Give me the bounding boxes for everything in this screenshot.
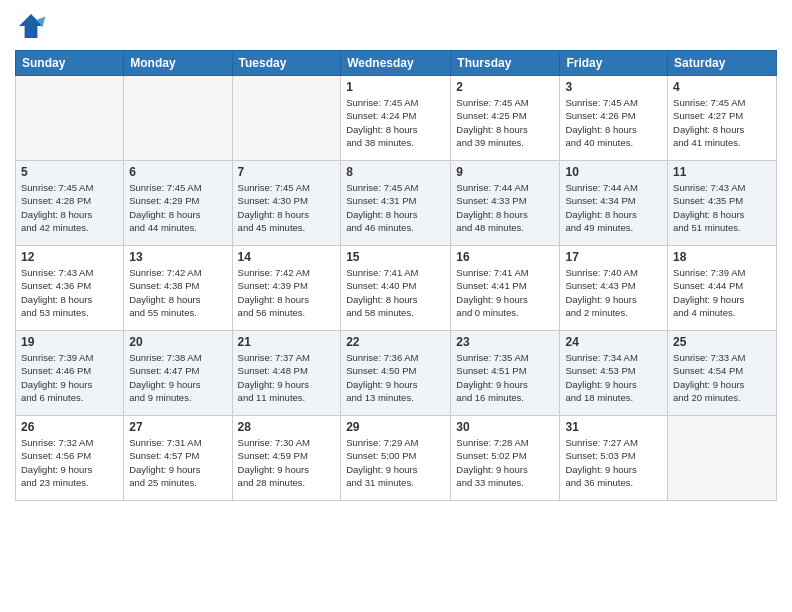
day-number: 2 <box>456 80 554 94</box>
day-info: Sunrise: 7:45 AM Sunset: 4:27 PM Dayligh… <box>673 96 771 149</box>
day-number: 30 <box>456 420 554 434</box>
calendar-cell: 6Sunrise: 7:45 AM Sunset: 4:29 PM Daylig… <box>124 161 232 246</box>
calendar-cell: 31Sunrise: 7:27 AM Sunset: 5:03 PM Dayli… <box>560 416 668 501</box>
calendar-cell: 11Sunrise: 7:43 AM Sunset: 4:35 PM Dayli… <box>668 161 777 246</box>
day-info: Sunrise: 7:41 AM Sunset: 4:41 PM Dayligh… <box>456 266 554 319</box>
day-number: 16 <box>456 250 554 264</box>
day-number: 14 <box>238 250 336 264</box>
calendar-cell: 17Sunrise: 7:40 AM Sunset: 4:43 PM Dayli… <box>560 246 668 331</box>
calendar-cell: 18Sunrise: 7:39 AM Sunset: 4:44 PM Dayli… <box>668 246 777 331</box>
day-number: 21 <box>238 335 336 349</box>
week-row-3: 12Sunrise: 7:43 AM Sunset: 4:36 PM Dayli… <box>16 246 777 331</box>
day-number: 18 <box>673 250 771 264</box>
day-info: Sunrise: 7:32 AM Sunset: 4:56 PM Dayligh… <box>21 436 118 489</box>
day-number: 27 <box>129 420 226 434</box>
day-info: Sunrise: 7:39 AM Sunset: 4:44 PM Dayligh… <box>673 266 771 319</box>
weekday-header-row: SundayMondayTuesdayWednesdayThursdayFrid… <box>16 51 777 76</box>
day-info: Sunrise: 7:27 AM Sunset: 5:03 PM Dayligh… <box>565 436 662 489</box>
svg-marker-0 <box>19 14 43 38</box>
day-info: Sunrise: 7:29 AM Sunset: 5:00 PM Dayligh… <box>346 436 445 489</box>
calendar-cell: 8Sunrise: 7:45 AM Sunset: 4:31 PM Daylig… <box>341 161 451 246</box>
logo <box>15 10 51 42</box>
calendar-cell <box>668 416 777 501</box>
day-info: Sunrise: 7:43 AM Sunset: 4:35 PM Dayligh… <box>673 181 771 234</box>
day-info: Sunrise: 7:41 AM Sunset: 4:40 PM Dayligh… <box>346 266 445 319</box>
day-number: 28 <box>238 420 336 434</box>
calendar-cell: 26Sunrise: 7:32 AM Sunset: 4:56 PM Dayli… <box>16 416 124 501</box>
day-number: 7 <box>238 165 336 179</box>
week-row-4: 19Sunrise: 7:39 AM Sunset: 4:46 PM Dayli… <box>16 331 777 416</box>
day-number: 19 <box>21 335 118 349</box>
day-info: Sunrise: 7:45 AM Sunset: 4:29 PM Dayligh… <box>129 181 226 234</box>
day-number: 23 <box>456 335 554 349</box>
day-number: 5 <box>21 165 118 179</box>
day-info: Sunrise: 7:39 AM Sunset: 4:46 PM Dayligh… <box>21 351 118 404</box>
calendar-cell: 28Sunrise: 7:30 AM Sunset: 4:59 PM Dayli… <box>232 416 341 501</box>
day-number: 4 <box>673 80 771 94</box>
day-info: Sunrise: 7:43 AM Sunset: 4:36 PM Dayligh… <box>21 266 118 319</box>
day-info: Sunrise: 7:45 AM Sunset: 4:28 PM Dayligh… <box>21 181 118 234</box>
calendar-cell: 7Sunrise: 7:45 AM Sunset: 4:30 PM Daylig… <box>232 161 341 246</box>
day-number: 22 <box>346 335 445 349</box>
calendar-cell: 3Sunrise: 7:45 AM Sunset: 4:26 PM Daylig… <box>560 76 668 161</box>
calendar-cell: 12Sunrise: 7:43 AM Sunset: 4:36 PM Dayli… <box>16 246 124 331</box>
calendar-cell: 24Sunrise: 7:34 AM Sunset: 4:53 PM Dayli… <box>560 331 668 416</box>
day-info: Sunrise: 7:37 AM Sunset: 4:48 PM Dayligh… <box>238 351 336 404</box>
week-row-2: 5Sunrise: 7:45 AM Sunset: 4:28 PM Daylig… <box>16 161 777 246</box>
calendar-cell: 14Sunrise: 7:42 AM Sunset: 4:39 PM Dayli… <box>232 246 341 331</box>
day-info: Sunrise: 7:31 AM Sunset: 4:57 PM Dayligh… <box>129 436 226 489</box>
calendar-cell: 25Sunrise: 7:33 AM Sunset: 4:54 PM Dayli… <box>668 331 777 416</box>
day-info: Sunrise: 7:35 AM Sunset: 4:51 PM Dayligh… <box>456 351 554 404</box>
day-info: Sunrise: 7:30 AM Sunset: 4:59 PM Dayligh… <box>238 436 336 489</box>
calendar-cell: 23Sunrise: 7:35 AM Sunset: 4:51 PM Dayli… <box>451 331 560 416</box>
calendar-cell: 9Sunrise: 7:44 AM Sunset: 4:33 PM Daylig… <box>451 161 560 246</box>
day-info: Sunrise: 7:44 AM Sunset: 4:33 PM Dayligh… <box>456 181 554 234</box>
day-number: 29 <box>346 420 445 434</box>
calendar-cell: 30Sunrise: 7:28 AM Sunset: 5:02 PM Dayli… <box>451 416 560 501</box>
day-number: 6 <box>129 165 226 179</box>
day-info: Sunrise: 7:45 AM Sunset: 4:24 PM Dayligh… <box>346 96 445 149</box>
calendar-cell: 1Sunrise: 7:45 AM Sunset: 4:24 PM Daylig… <box>341 76 451 161</box>
day-number: 31 <box>565 420 662 434</box>
calendar-cell: 4Sunrise: 7:45 AM Sunset: 4:27 PM Daylig… <box>668 76 777 161</box>
day-number: 13 <box>129 250 226 264</box>
calendar-cell: 22Sunrise: 7:36 AM Sunset: 4:50 PM Dayli… <box>341 331 451 416</box>
weekday-header-thursday: Thursday <box>451 51 560 76</box>
calendar-cell <box>16 76 124 161</box>
week-row-5: 26Sunrise: 7:32 AM Sunset: 4:56 PM Dayli… <box>16 416 777 501</box>
day-info: Sunrise: 7:40 AM Sunset: 4:43 PM Dayligh… <box>565 266 662 319</box>
day-info: Sunrise: 7:36 AM Sunset: 4:50 PM Dayligh… <box>346 351 445 404</box>
calendar-cell: 19Sunrise: 7:39 AM Sunset: 4:46 PM Dayli… <box>16 331 124 416</box>
calendar-cell: 10Sunrise: 7:44 AM Sunset: 4:34 PM Dayli… <box>560 161 668 246</box>
day-info: Sunrise: 7:45 AM Sunset: 4:30 PM Dayligh… <box>238 181 336 234</box>
day-info: Sunrise: 7:45 AM Sunset: 4:31 PM Dayligh… <box>346 181 445 234</box>
weekday-header-wednesday: Wednesday <box>341 51 451 76</box>
calendar-cell <box>232 76 341 161</box>
calendar-cell: 5Sunrise: 7:45 AM Sunset: 4:28 PM Daylig… <box>16 161 124 246</box>
day-number: 11 <box>673 165 771 179</box>
calendar-cell: 13Sunrise: 7:42 AM Sunset: 4:38 PM Dayli… <box>124 246 232 331</box>
weekday-header-saturday: Saturday <box>668 51 777 76</box>
day-number: 8 <box>346 165 445 179</box>
day-info: Sunrise: 7:33 AM Sunset: 4:54 PM Dayligh… <box>673 351 771 404</box>
day-number: 17 <box>565 250 662 264</box>
day-number: 1 <box>346 80 445 94</box>
day-info: Sunrise: 7:38 AM Sunset: 4:47 PM Dayligh… <box>129 351 226 404</box>
calendar-cell: 29Sunrise: 7:29 AM Sunset: 5:00 PM Dayli… <box>341 416 451 501</box>
calendar-cell: 16Sunrise: 7:41 AM Sunset: 4:41 PM Dayli… <box>451 246 560 331</box>
calendar-cell: 2Sunrise: 7:45 AM Sunset: 4:25 PM Daylig… <box>451 76 560 161</box>
day-number: 20 <box>129 335 226 349</box>
day-info: Sunrise: 7:45 AM Sunset: 4:26 PM Dayligh… <box>565 96 662 149</box>
weekday-header-friday: Friday <box>560 51 668 76</box>
day-number: 26 <box>21 420 118 434</box>
calendar: SundayMondayTuesdayWednesdayThursdayFrid… <box>15 50 777 501</box>
day-info: Sunrise: 7:42 AM Sunset: 4:38 PM Dayligh… <box>129 266 226 319</box>
logo-icon <box>15 10 47 42</box>
day-number: 24 <box>565 335 662 349</box>
day-info: Sunrise: 7:34 AM Sunset: 4:53 PM Dayligh… <box>565 351 662 404</box>
day-number: 3 <box>565 80 662 94</box>
week-row-1: 1Sunrise: 7:45 AM Sunset: 4:24 PM Daylig… <box>16 76 777 161</box>
day-info: Sunrise: 7:28 AM Sunset: 5:02 PM Dayligh… <box>456 436 554 489</box>
weekday-header-tuesday: Tuesday <box>232 51 341 76</box>
day-number: 9 <box>456 165 554 179</box>
